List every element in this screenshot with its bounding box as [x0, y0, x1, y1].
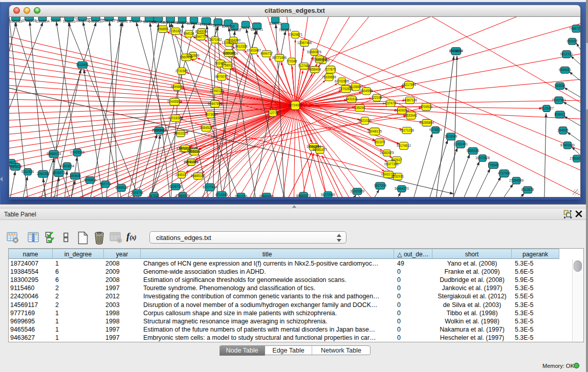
svg-text:18724007: 18724007 [288, 103, 303, 107]
svg-text:3953767: 3953767 [103, 19, 116, 23]
svg-text:4709521: 4709521 [420, 105, 433, 108]
svg-text:856855: 856855 [157, 27, 168, 31]
svg-text:75107991: 75107991 [552, 98, 567, 102]
svg-text:96158657: 96158657 [349, 85, 363, 89]
svg-text:237474: 237474 [385, 101, 396, 105]
svg-text:8421020: 8421020 [359, 119, 372, 122]
svg-text:5331586: 5331586 [21, 170, 34, 173]
svg-text:74964990: 74964990 [226, 38, 241, 42]
svg-text:5654527: 5654527 [200, 126, 213, 129]
svg-text:74687234: 74687234 [569, 27, 581, 30]
svg-text:6560494: 6560494 [180, 55, 193, 59]
svg-text:23285884: 23285884 [420, 121, 434, 124]
svg-text:0532931: 0532931 [391, 174, 404, 178]
svg-text:894134: 894134 [183, 32, 194, 35]
svg-text:48217594: 48217594 [402, 83, 417, 86]
svg-text:7127484: 7127484 [298, 64, 311, 68]
svg-text:82814893: 82814893 [163, 20, 178, 24]
svg-text:367365: 367365 [205, 113, 216, 116]
svg-text:62702895: 62702895 [335, 79, 350, 83]
svg-text:776945: 776945 [488, 163, 499, 167]
svg-text:367632: 367632 [148, 194, 160, 198]
svg-text:9533942: 9533942 [405, 114, 418, 117]
svg-text:31003309: 31003309 [350, 189, 365, 193]
svg-text:4994717: 4994717 [260, 52, 273, 55]
svg-text:11615594: 11615594 [35, 19, 50, 23]
svg-text:335290: 335290 [354, 106, 365, 110]
svg-text:03669096: 03669096 [259, 194, 274, 198]
svg-text:05377351: 05377351 [384, 162, 399, 166]
svg-text:11592124: 11592124 [210, 89, 224, 93]
svg-text:27889579: 27889579 [176, 194, 190, 198]
svg-text:543534: 543534 [554, 84, 565, 87]
svg-text:02445502: 02445502 [167, 100, 182, 103]
svg-text:8059826: 8059826 [9, 165, 22, 168]
svg-text:31931491: 31931491 [453, 142, 468, 146]
svg-text:849696: 849696 [117, 19, 128, 23]
svg-text:8313678: 8313678 [521, 188, 534, 191]
svg-text:2362316: 2362316 [235, 194, 248, 198]
svg-text:355231: 355231 [189, 150, 200, 154]
svg-text:59910229: 59910229 [173, 132, 188, 135]
svg-text:11671902: 11671902 [208, 38, 222, 41]
svg-text:6453521: 6453521 [179, 146, 192, 150]
svg-text:30391171: 30391171 [187, 21, 201, 25]
svg-text:4714345: 4714345 [215, 193, 228, 196]
svg-text:5615951: 5615951 [76, 63, 89, 67]
svg-text:90581477: 90581477 [313, 148, 328, 151]
svg-text:3105183: 3105183 [228, 28, 241, 32]
svg-text:12018366: 12018366 [168, 116, 183, 120]
svg-text:957773: 957773 [100, 182, 111, 186]
svg-text:2445107: 2445107 [176, 173, 188, 177]
svg-text:25534192: 25534192 [75, 19, 90, 23]
svg-text:66889373: 66889373 [296, 194, 311, 198]
svg-text:43303654: 43303654 [60, 164, 75, 168]
svg-text:4658404: 4658404 [309, 68, 321, 71]
svg-text:3389083: 3389083 [10, 19, 23, 23]
svg-text:5098393: 5098393 [222, 25, 235, 28]
svg-text:87401640: 87401640 [560, 143, 575, 147]
svg-text:8240084: 8240084 [195, 30, 208, 33]
svg-text:9946804: 9946804 [84, 178, 97, 182]
svg-text:692617: 692617 [391, 158, 402, 162]
svg-text:809570: 809570 [177, 21, 188, 25]
svg-text:1034131: 1034131 [63, 19, 76, 23]
svg-text:12567468: 12567468 [297, 41, 312, 45]
svg-text:2003791: 2003791 [131, 191, 144, 194]
svg-text:4216073: 4216073 [53, 171, 66, 174]
svg-text:7810801: 7810801 [279, 28, 292, 32]
svg-text:27354549: 27354549 [509, 179, 524, 182]
svg-text:0504556: 0504556 [360, 89, 373, 93]
svg-text:7758917: 7758917 [221, 63, 234, 67]
svg-text:244935: 244935 [557, 128, 569, 132]
svg-text:2782489: 2782489 [200, 23, 213, 26]
svg-text:65648236: 65648236 [9, 161, 18, 164]
svg-text:56272980: 56272980 [321, 193, 336, 196]
svg-text:88771906: 88771906 [272, 56, 287, 59]
svg-text:727875: 727875 [325, 68, 336, 71]
svg-text:25135427: 25135427 [539, 106, 554, 110]
svg-text:3338726: 3338726 [269, 21, 282, 25]
svg-text:75339636: 75339636 [322, 75, 337, 79]
svg-text:16048175: 16048175 [367, 129, 382, 133]
svg-text:0812191: 0812191 [560, 52, 573, 56]
svg-text:9374529: 9374529 [429, 128, 442, 132]
svg-text:20053346: 20053346 [152, 128, 167, 132]
svg-text:83885160: 83885160 [191, 174, 206, 178]
svg-text:01965569: 01965569 [70, 150, 85, 154]
svg-text:06409097: 06409097 [395, 108, 409, 112]
svg-text:4737996: 4737996 [498, 171, 511, 175]
svg-text:212779: 212779 [267, 111, 278, 115]
svg-text:45171236: 45171236 [400, 128, 415, 132]
svg-text:050097: 050097 [567, 39, 578, 43]
svg-text:16448794: 16448794 [449, 49, 464, 53]
svg-text:87277434: 87277434 [203, 185, 217, 189]
svg-text:58685014: 58685014 [47, 152, 61, 156]
svg-text:6566701: 6566701 [251, 28, 264, 31]
svg-text:51680876: 51680876 [307, 50, 322, 54]
svg-text:27868011: 27868011 [570, 157, 581, 160]
svg-text:93174612: 93174612 [397, 144, 411, 147]
svg-text:6328708: 6328708 [169, 185, 182, 188]
svg-text:8470076: 8470076 [215, 75, 228, 78]
svg-text:2260256: 2260256 [37, 172, 50, 176]
